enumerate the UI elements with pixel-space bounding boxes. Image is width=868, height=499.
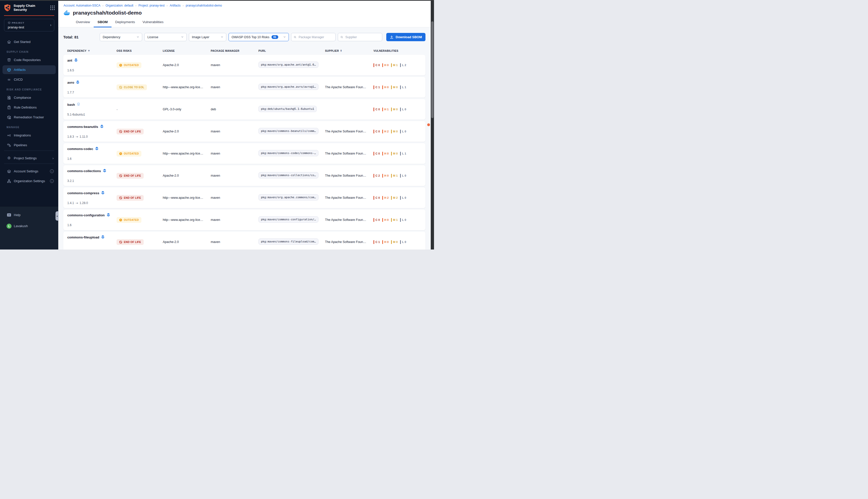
version-from: 1.7.7 [67,91,74,94]
filter-dropdown-dependency[interactable]: Dependency [100,33,142,41]
sidebar-item-project-settings[interactable]: ⚙Project Settings› [2,154,56,162]
sort-desc-icon[interactable]: ▼ [88,49,90,52]
package-manager-search-input[interactable] [298,35,333,39]
column-header-label: VULNERABILITIES [373,49,398,52]
table-row[interactable]: commons-collections3.2.1END OF LIFEApach… [63,165,425,186]
breadcrumb-link[interactable]: Account: Automation-SSCA [64,4,100,7]
breadcrumb-link[interactable]: Project: pranay-test [138,4,164,7]
sidebar-item-code-repositories[interactable]: Code Repositories [2,56,56,64]
table-row[interactable]: commons-fileuploadEND OF LIFEApache-2.0m… [63,232,425,250]
severity-c: C0 [373,152,380,156]
project-selector[interactable]: PROJECT pranay-test › [4,19,54,32]
severity-l: L1 [400,152,406,156]
severity-m: M2 [391,196,398,200]
supplier-cell: The Apache Software Foun… [325,85,373,89]
table-row[interactable]: commons-beanutils1.8.3→1.11.0END OF LIFE… [63,121,425,142]
vulnerabilities-cell: C0H2M2L0 [373,196,425,200]
breadcrumb-link[interactable]: Organization: default [106,4,133,7]
sidebar-item-user[interactable]: L Lavakush [2,222,56,230]
sidebar-collapse-handle[interactable]: ◀ [55,211,59,221]
sidebar-item-help[interactable]: ? Help [2,210,56,219]
tab-bar: OverviewSBOMDeploymentsVulnerabilities [64,18,431,27]
severity-m: M0 [391,108,398,111]
table-row[interactable]: avro1.7.7CLOSE TO EOLhttp---www.apache.o… [63,77,425,97]
sidebar-item-artifacts[interactable]: Artifacts [2,65,56,74]
dependency-name: avro [67,81,74,84]
breadcrumb-link[interactable]: pranaycshah/todolist-demo [186,4,222,7]
supplier-search-input[interactable] [345,35,380,39]
vulnerabilities-cell: C0H1M0L0 [373,108,425,111]
dependency-name-row: commons-codec [67,146,115,151]
dependency-name-row: commons-beanutils [67,124,115,129]
severity-c: C1 [373,85,380,89]
dependency-name-row: ant [67,58,115,63]
notification-dot[interactable] [427,123,430,126]
vertical-scrollbar[interactable] [431,1,434,250]
column-header-supplier: SUPPLIER▲▼ [325,49,373,52]
sidebar-item-organization-settings[interactable]: Organization Settingsi [2,177,56,185]
table-row[interactable]: ant1.6.5OUTDATEDApache-2.0mavenpkg:maven… [63,55,425,75]
tab-overview[interactable]: Overview [72,18,94,27]
severity-l: L1 [400,85,406,89]
tab-sbom[interactable]: SBOM [94,18,112,27]
oss-risk-badge: OUTDATED [116,151,141,157]
sidebar-item-rule-definitions[interactable]: Rule Definitions [2,103,56,112]
filter-dropdown-owasp-oss-top-10-risks[interactable]: OWASP OSS Top 10 Risks01 [228,33,289,41]
severity-letter: M [393,174,396,177]
download-sbom-button[interactable]: Download SBOM [386,33,425,41]
breadcrumb-link[interactable]: Artifacts [170,4,181,7]
table-row[interactable]: commons-codec1.6OUTDATEDhttp---www.apach… [63,143,425,164]
supplier-search [338,33,382,41]
table-row[interactable]: commons-configuration1.6OUTDATEDhttp---w… [63,209,425,230]
severity-h: H0 [382,174,389,178]
version-from: 5.1-6ubuntu1 [67,113,85,116]
table-row[interactable]: commons-compress1.4.1→1.28.0END OF LIFEh… [63,187,425,208]
table-row[interactable]: bash5.1-6ubuntu1-GPL-3.0-onlydebpkg:deb/… [63,99,425,120]
severity-count: 0 [396,152,398,155]
vulnerabilities-cell: C1H0M0L1 [373,85,425,89]
filter-count-badge: 01 [272,35,278,39]
license-cell: http---www.apache.org-lice… [163,152,211,155]
tab-vulnerabilities[interactable]: Vulnerabilities [139,18,168,27]
severity-letter: C [375,196,377,199]
dependency-cell: commons-beanutils1.8.3→1.11.0 [63,121,116,142]
oss-risk-label: OUTDATED [124,63,139,66]
sidebar-item-compliance[interactable]: Compliance [2,93,56,102]
sidebar-item-remediation-tracker[interactable]: Remediation Tracker [2,113,56,122]
dependency-version: 1.8.3→1.11.0 [67,135,115,138]
sidebar-item-account-settings[interactable]: Account Settingsi [2,167,56,175]
integrations-icon [7,133,12,137]
layers-icon [76,80,79,85]
dependency-version: 1.6.5 [67,69,115,72]
sort-toggle-icon[interactable]: ▲▼ [340,49,342,52]
license-cell: Apache-2.0 [163,174,211,178]
user-avatar: L [7,223,12,229]
sidebar-item-label: Remediation Tracker [14,115,54,119]
filter-dropdowns: DependencyLicenseImage LayerOWASP OSS To… [100,33,291,41]
sidebar-item-ci-cd[interactable]: ∞CI/CD [2,75,56,84]
sidebar-item-pipelines[interactable]: Pipelines [2,141,56,149]
module-switcher-grid-icon[interactable] [50,5,55,10]
filter-dropdown-image-layer[interactable]: Image Layer [189,33,226,41]
scrollbar-thumb[interactable] [431,21,434,118]
severity-count: 1 [378,86,380,89]
oss-risk-label: OUTDATED [124,218,139,221]
severity-letter: M [393,86,396,89]
purl-pill: pkg:maven/commons-beanutils/comm… [258,128,319,134]
version-from: 1.6 [67,223,72,227]
severity-letter: H [384,152,386,155]
supplier-cell: The Apache Software Foun… [325,196,373,199]
severity-count: 0 [387,218,389,221]
filter-dropdown-license[interactable]: License [145,33,187,41]
severity-h: H2 [382,196,389,200]
tab-deployments[interactable]: Deployments [112,18,139,27]
arrow-right-icon: → [76,135,78,138]
severity-m: M1 [391,174,398,178]
sidebar-item-get-started[interactable]: Get Started [2,37,56,46]
severity-count: 2 [405,63,406,66]
severity-count: 0 [405,241,406,243]
dependency-name: commons-collections [67,169,101,173]
severity-letter: M [393,152,396,155]
supplier-cell: The Apache Software Foun… [325,240,373,244]
sidebar-item-integrations[interactable]: Integrations [2,131,56,140]
